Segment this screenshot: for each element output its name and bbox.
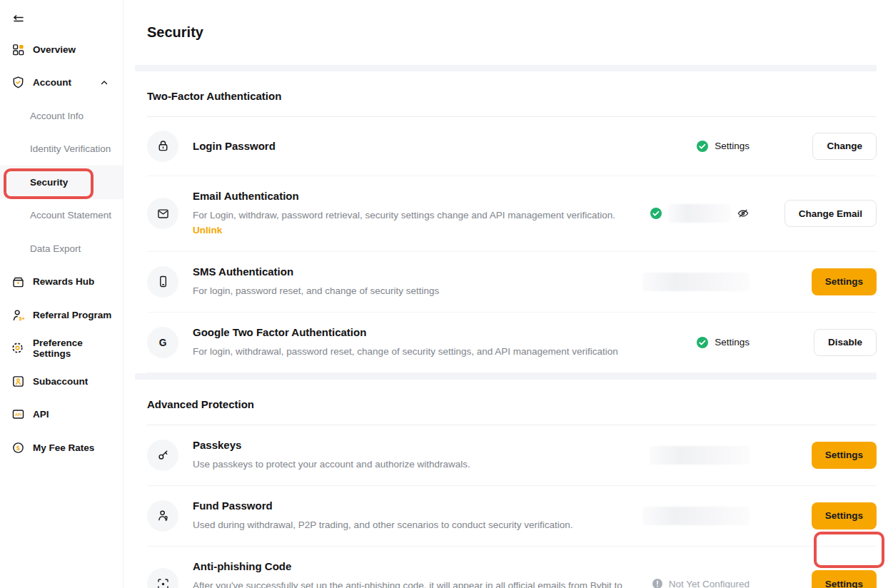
email-icon (147, 198, 178, 229)
svg-text:G: G (159, 337, 167, 348)
row-passkeys: Passkeys Use passkeys to protect your ac… (147, 425, 877, 486)
phone-icon (147, 266, 178, 298)
row-description: After you've successfully set up the ant… (193, 578, 634, 588)
row-anti-phishing-code: Anti-phishing Code After you've successf… (147, 547, 877, 588)
eye-slash-icon[interactable] (737, 207, 750, 220)
status-label: Settings (715, 337, 750, 348)
sidebar-item-account-info[interactable]: Account Info (0, 99, 123, 133)
shield-icon (11, 76, 25, 90)
row-title: Passkeys (193, 439, 634, 452)
page-title: Security (135, 9, 877, 55)
sidebar-item-rewards-hub[interactable]: Rewards Hub (0, 265, 123, 299)
fee-rates-icon: $ (11, 440, 25, 455)
sidebar-item-data-export[interactable]: Data Export (0, 232, 123, 265)
sidebar-item-account-statement[interactable]: Account Statement (0, 199, 123, 233)
check-circle-icon (696, 336, 709, 349)
row-description: Use passkeys to protect your account and… (193, 457, 634, 472)
security-settings-page: Overview Account Account Info Identity V… (0, 0, 888, 588)
svg-text:API: API (15, 412, 21, 417)
sidebar-item-security[interactable]: Security (0, 166, 123, 199)
collapse-sidebar-button[interactable] (0, 7, 123, 33)
sidebar-item-label: Referral Program (33, 310, 111, 320)
fund-password-settings-button[interactable]: Settings (812, 502, 877, 529)
sidebar-item-account[interactable]: Account (0, 66, 123, 100)
chevron-up-icon[interactable] (100, 78, 109, 87)
sidebar-item-label: My Fee Rates (33, 442, 94, 453)
sidebar-item-referral-program[interactable]: $+ Referral Program (0, 298, 123, 332)
svg-text:$: $ (16, 444, 20, 451)
sidebar-item-label: Security (30, 177, 68, 188)
status-label: Settings (715, 141, 750, 151)
check-circle-icon (650, 207, 662, 220)
key-icon (147, 440, 178, 471)
row-sms-authentication: SMS Authentication For login, password r… (147, 252, 877, 313)
sidebar-item-label: Overview (33, 44, 76, 55)
section-title-two-factor: Two-Factor Authentication (147, 71, 877, 117)
row-login-password: Login Password Settings Change (147, 117, 877, 176)
row-email-authentication: Email Authentication For Login, withdraw… (147, 176, 877, 252)
row-description: For Login, withdraw, password retrieval,… (193, 208, 634, 238)
api-icon: API (11, 407, 25, 422)
scan-icon (147, 568, 178, 588)
row-description: For login, withdrawal, password reset, c… (193, 344, 634, 359)
sidebar-item-label: Data Export (30, 243, 81, 254)
change-email-button[interactable]: Change Email (784, 200, 877, 227)
row-description: For login, password reset, and change of… (193, 283, 634, 298)
sms-settings-button[interactable]: Settings (812, 268, 877, 295)
unlink-link[interactable]: Unlink (193, 225, 222, 235)
section-divider (135, 65, 877, 71)
sidebar-item-preference-settings[interactable]: Preference Settings (0, 332, 123, 365)
rewards-icon (11, 275, 25, 289)
sidebar-item-subaccount[interactable]: Subaccount (0, 365, 123, 398)
referral-icon: $+ (11, 308, 25, 322)
row-description: Used during withdrawal, P2P trading, and… (193, 517, 634, 532)
anti-phishing-settings-button[interactable]: Settings (812, 570, 877, 588)
sidebar-item-identity-verification[interactable]: Identity Verification (0, 133, 123, 166)
sidebar-item-label: API (33, 409, 49, 420)
sidebar-item-label: Account Statement (30, 210, 111, 220)
grid-icon (11, 42, 25, 56)
sidebar-item-api[interactable]: API API (0, 398, 123, 432)
row-title: SMS Authentication (193, 265, 634, 278)
row-title: Login Password (193, 140, 634, 153)
passkeys-settings-button[interactable]: Settings (812, 442, 877, 469)
sidebar-item-overview[interactable]: Overview (0, 33, 123, 66)
row-google-authentication: G Google Two Factor Authentication For l… (147, 313, 877, 373)
sidebar-item-label: Rewards Hub (33, 276, 94, 287)
sidebar-item-label: Account Info (30, 111, 84, 121)
info-circle-icon (652, 578, 663, 588)
section-divider (135, 373, 877, 380)
change-password-button[interactable]: Change (812, 133, 877, 160)
masked-email-value (668, 204, 731, 223)
sidebar: Overview Account Account Info Identity V… (0, 0, 123, 588)
masked-fund-value (642, 507, 750, 525)
fund-password-status (642, 507, 750, 525)
collapse-sidebar-icon (11, 13, 26, 27)
svg-text:$+: $+ (19, 315, 24, 321)
subaccount-icon (11, 374, 25, 388)
masked-phone-value (642, 273, 750, 291)
row-title: Email Authentication (193, 190, 634, 203)
sidebar-item-label: Preference Settings (33, 338, 123, 359)
login-password-status: Settings (642, 140, 750, 153)
check-circle-icon (696, 140, 709, 153)
google-icon: G (147, 327, 178, 358)
email-status (642, 204, 750, 223)
gear-icon (11, 341, 25, 355)
masked-passkey-value (650, 446, 750, 465)
row-title: Anti-phishing Code (193, 560, 634, 573)
sidebar-item-my-fee-rates[interactable]: $ My Fee Rates (0, 431, 123, 465)
anti-phishing-status: Not Yet Configured (642, 578, 750, 588)
row-fund-password: Fund Password Used during withdrawal, P2… (147, 486, 877, 547)
sidebar-item-label: Subaccount (33, 376, 88, 387)
google-disable-button[interactable]: Disable (814, 329, 877, 356)
row-title: Google Two Factor Authentication (193, 326, 634, 339)
status-label: Not Yet Configured (669, 579, 750, 588)
main-content: Security Two-Factor Authentication Login… (123, 0, 888, 588)
section-title-advanced-protection: Advanced Protection (147, 380, 877, 425)
google-status: Settings (642, 336, 750, 349)
lock-icon (147, 131, 178, 162)
passkeys-status (642, 446, 750, 465)
row-title: Fund Password (193, 500, 634, 512)
sidebar-item-label: Identity Verification (30, 143, 111, 154)
